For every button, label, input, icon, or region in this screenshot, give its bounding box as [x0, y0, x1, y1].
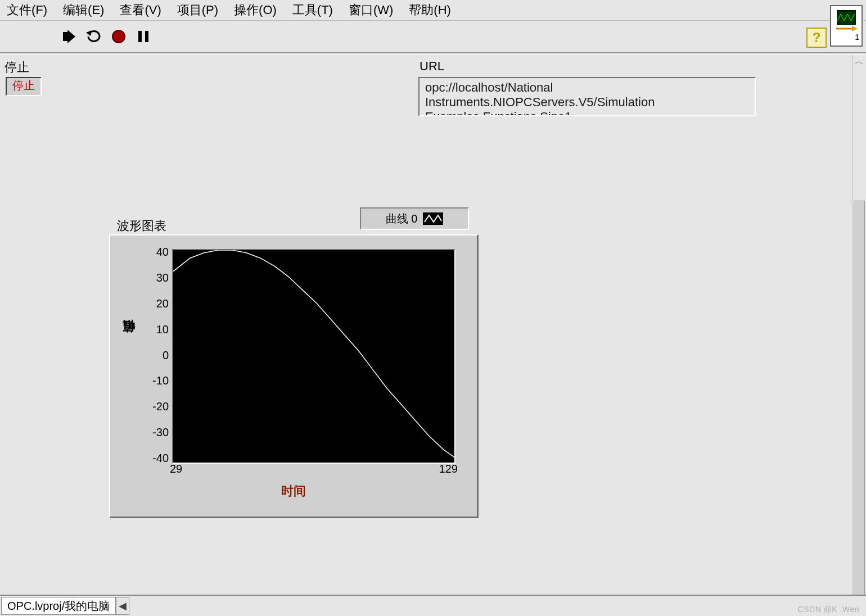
ytick: 0 [143, 349, 169, 362]
xtick-min: 29 [170, 463, 182, 475]
menu-window[interactable]: 窗口(W) [349, 2, 393, 19]
watermark-text: CSDN @K .Wen [798, 605, 859, 614]
run-continuous-icon [86, 29, 102, 44]
x-axis-ticks: 29 129 [172, 463, 453, 478]
vertical-scrollbar[interactable]: ︿ ﹀ [852, 55, 866, 599]
scrollbar-thumb[interactable] [854, 201, 865, 595]
vi-icon[interactable]: 1 [830, 5, 863, 47]
vi-icon-arrow [835, 25, 858, 33]
svg-marker-6 [852, 26, 858, 31]
menu-help[interactable]: 帮助(H) [409, 2, 451, 19]
ytick: 10 [143, 323, 169, 336]
stop-control-label: 停止 [4, 59, 29, 76]
x-axis-label: 时间 [110, 483, 477, 500]
ytick: 20 [143, 297, 169, 310]
menu-edit[interactable]: 编辑(E) [63, 2, 104, 19]
menu-file[interactable]: 文件(F) [7, 2, 47, 19]
plot-svg [173, 250, 454, 463]
menu-tools[interactable]: 工具(T) [292, 2, 333, 19]
legend-series-label: 曲线 0 [386, 211, 418, 227]
waveform-chart[interactable]: 幅值 40 30 20 10 0 -10 -20 -30 -40 29 129 … [109, 234, 479, 518]
chart-legend[interactable]: 曲线 0 [360, 207, 469, 230]
svg-rect-3 [138, 31, 142, 42]
menu-bar: 文件(F) 编辑(E) 查看(V) 项目(P) 操作(O) 工具(T) 窗口(W… [0, 0, 866, 21]
ytick: -10 [143, 374, 169, 387]
legend-swatch-icon [423, 212, 443, 225]
scroll-up-icon[interactable]: ︿ [853, 55, 866, 68]
toolbar: ? 1 [0, 21, 866, 53]
menu-operate[interactable]: 操作(O) [234, 2, 277, 19]
run-continuous-button[interactable] [85, 28, 102, 45]
menu-view[interactable]: 查看(V) [120, 2, 161, 19]
ytick: 40 [143, 246, 169, 259]
run-button[interactable] [61, 28, 78, 45]
project-path[interactable]: OPC.lvproj/我的电脑 [1, 597, 116, 615]
abort-button[interactable] [110, 28, 127, 45]
svg-marker-1 [86, 30, 92, 36]
ytick: -30 [143, 426, 169, 439]
context-help-button[interactable]: ? [806, 28, 827, 48]
pause-icon [137, 30, 150, 43]
abort-icon [111, 29, 126, 44]
url-indicator-label: URL [420, 59, 444, 74]
run-arrow-icon [62, 30, 76, 43]
status-bar: OPC.lvproj/我的电脑 ◀ CSDN @K .Wen [0, 595, 866, 616]
ytick: -40 [143, 452, 169, 465]
stop-button[interactable]: 停止 [6, 77, 42, 96]
svg-rect-4 [145, 31, 148, 42]
svg-point-2 [112, 30, 125, 43]
vi-icon-number: 1 [855, 33, 862, 42]
pause-button[interactable] [135, 28, 152, 45]
front-panel: 停止 停止 URL opc://localhost/National Instr… [0, 53, 866, 599]
url-indicator[interactable]: opc://localhost/National Instruments.NIO… [418, 77, 756, 116]
ytick: 30 [143, 271, 169, 284]
scroll-left-button[interactable]: ◀ [116, 597, 129, 615]
menu-project[interactable]: 项目(P) [177, 2, 218, 19]
plot-area [172, 249, 455, 464]
waveform-chart-label: 波形图表 [117, 218, 166, 234]
vi-icon-graphic [837, 10, 856, 25]
ytick: -20 [143, 400, 169, 413]
y-axis-ticks: 40 30 20 10 0 -10 -20 -30 -40 [143, 246, 169, 465]
svg-marker-0 [63, 30, 75, 43]
xtick-max: 129 [439, 463, 458, 475]
